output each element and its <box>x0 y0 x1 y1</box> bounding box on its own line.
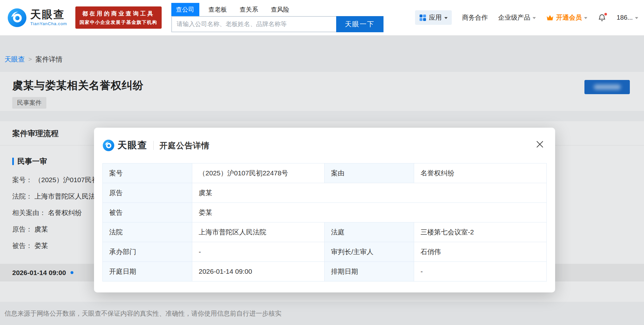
close-icon[interactable] <box>534 139 545 150</box>
notification-bell[interactable] <box>598 13 606 22</box>
cell-label: 法庭 <box>325 222 414 242</box>
table-row: 原告 虞某 <box>103 183 547 203</box>
divider <box>153 141 154 150</box>
caret-down-icon <box>444 17 448 21</box>
nav-cooperation[interactable]: 商务合作 <box>462 13 488 22</box>
cell-label: 审判长/主审人 <box>325 242 414 262</box>
nav-apps[interactable]: 应用 <box>415 10 452 25</box>
cell-value: 娄某 <box>192 203 547 222</box>
cell-label: 案号 <box>103 163 192 183</box>
table-row: 法院 上海市普陀区人民法院 法庭 三楼第七会议室-2 <box>103 222 547 242</box>
table-row: 被告 娄某 <box>103 203 547 222</box>
nav-enterprise[interactable]: 企业级产品 <box>498 13 536 22</box>
cell-value: （2025）沪0107民初22478号 <box>192 163 325 183</box>
caret-down-icon <box>584 17 587 21</box>
cell-value: - <box>414 262 547 281</box>
cell-value: 名誉权纠纷 <box>414 163 547 183</box>
cell-value: 石俏伟 <box>414 242 547 262</box>
promo-badge-line1: 都在用的商业查询工具 <box>80 10 157 17</box>
notification-dot <box>604 12 608 16</box>
cell-label: 法院 <box>103 222 192 242</box>
cell-value: - <box>192 242 325 262</box>
table-row: 开庭日期 2026-01-14 09:00 排期日期 - <box>103 262 547 281</box>
cell-value: 上海市普陀区人民法院 <box>192 222 325 242</box>
cell-value: 虞某 <box>192 183 547 203</box>
nav-apps-label: 应用 <box>429 13 442 22</box>
cell-label: 开庭日期 <box>103 262 192 281</box>
cell-value: 2026-01-14 09:00 <box>192 262 325 281</box>
modal-header: 天眼查 开庭公告详情 <box>102 128 547 163</box>
nav-vip-label: 开通会员 <box>556 13 582 22</box>
nav-account[interactable]: 186... <box>617 14 638 21</box>
modal-title: 开庭公告详情 <box>159 140 210 151</box>
hearing-detail-modal: 天眼查 开庭公告详情 案号 （2025）沪0107民初22478号 案由 名誉权… <box>94 128 555 292</box>
promo-badge-line2: 国家中小企业发展子基金旗下机构 <box>80 19 157 25</box>
logo-domain: TianYanCha.com <box>30 21 67 26</box>
table-row: 案号 （2025）沪0107民初22478号 案由 名誉权纠纷 <box>103 163 547 183</box>
tianyancha-logo-icon <box>102 139 115 152</box>
top-nav: 应用 商务合作 企业级产品 开通会员 186... <box>415 10 644 25</box>
hearing-detail-table: 案号 （2025）沪0107民初22478号 案由 名誉权纠纷 原告 虞某 被告… <box>102 163 547 281</box>
caret-down-icon <box>635 17 638 21</box>
promo-badge: 都在用的商业查询工具 国家中小企业发展子基金旗下机构 <box>75 6 162 29</box>
modal-logo: 天眼查 <box>102 139 147 152</box>
table-row: 承办部门 - 审判长/主审人 石俏伟 <box>103 242 547 262</box>
nav-vip[interactable]: 开通会员 <box>546 13 587 22</box>
search-area: 查公司 查老板 查关系 查风险 天眼一下 <box>171 3 384 32</box>
nav-account-label: 186... <box>617 14 633 21</box>
search-tab-boss[interactable]: 查老板 <box>204 3 232 16</box>
search-input[interactable] <box>171 16 336 32</box>
search-button[interactable]: 天眼一下 <box>336 16 384 32</box>
caret-down-icon <box>533 17 536 21</box>
cell-label: 被告 <box>103 203 192 222</box>
logo-title: 天眼查 <box>30 9 67 20</box>
modal-logo-title: 天眼查 <box>118 139 147 152</box>
site-header: 天眼查 TianYanCha.com 都在用的商业查询工具 国家中小企业发展子基… <box>0 0 644 35</box>
nav-enterprise-label: 企业级产品 <box>498 13 530 22</box>
cell-label: 排期日期 <box>325 262 414 281</box>
cell-label: 原告 <box>103 183 192 203</box>
search-tab-risk[interactable]: 查风险 <box>266 3 294 16</box>
search-tab-relation[interactable]: 查关系 <box>235 3 263 16</box>
cell-label: 承办部门 <box>103 242 192 262</box>
crown-icon <box>546 15 554 21</box>
site-logo[interactable]: 天眼查 TianYanCha.com <box>7 8 67 28</box>
apps-grid-icon <box>419 14 426 21</box>
search-tab-company[interactable]: 查公司 <box>171 3 199 16</box>
cell-label: 案由 <box>325 163 414 183</box>
cell-value: 三楼第七会议室-2 <box>414 222 547 242</box>
nav-cooperation-label: 商务合作 <box>462 13 488 22</box>
search-tabs: 查公司 查老板 查关系 查风险 <box>171 3 384 16</box>
tianyancha-logo-icon <box>7 8 27 28</box>
